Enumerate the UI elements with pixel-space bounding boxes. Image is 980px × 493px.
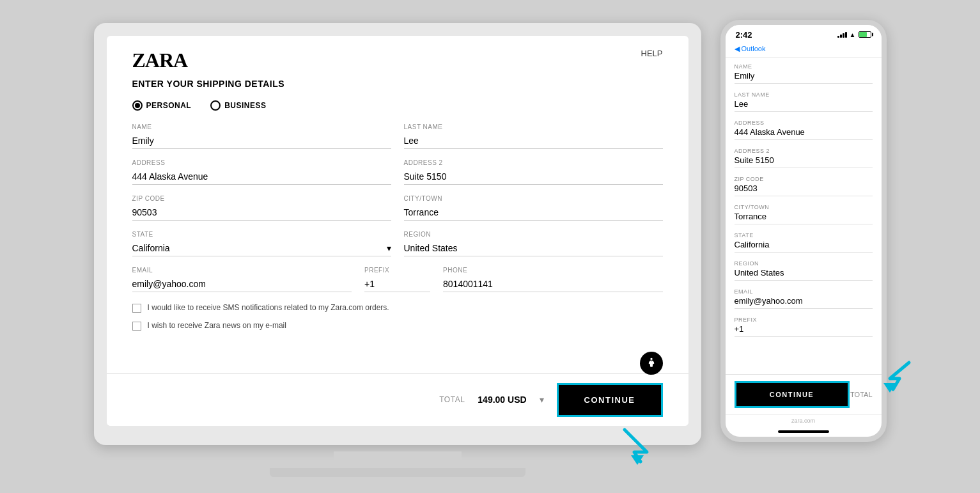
address-field: ADDRESS 444 Alaska Avenue [132, 159, 391, 185]
phone-back-nav: ◀ Outlook [726, 42, 882, 58]
address2-field: ADDRESS 2 Suite 5150 [404, 159, 663, 185]
signal-bar-3 [843, 33, 844, 38]
svg-point-0 [650, 357, 652, 359]
phone-field: PHONE 8014001141 [443, 267, 662, 292]
phone-zara-footer: zara.com [726, 414, 882, 426]
phone-email-value[interactable]: emily@yahoo.com [735, 296, 873, 309]
phone-address2-value[interactable]: Suite 5150 [735, 155, 873, 168]
region-value[interactable]: United States [404, 240, 663, 256]
name-field: NAME Emily [132, 123, 391, 149]
phone-zip-value[interactable]: 90503 [735, 184, 873, 196]
city-value[interactable]: Torrance [404, 205, 663, 221]
phone-home-bar [778, 430, 829, 433]
total-dropdown-icon[interactable]: ▾ [540, 395, 544, 405]
battery-fill [859, 32, 867, 37]
state-value[interactable]: California ▾ [132, 240, 391, 256]
email-news-checkbox[interactable] [132, 322, 141, 331]
address-value[interactable]: 444 Alaska Avenue [132, 169, 391, 185]
address-row: ADDRESS 444 Alaska Avenue ADDRESS 2 Suit… [132, 159, 663, 185]
address-label: ADDRESS [132, 159, 391, 166]
business-radio-label: BUSINESS [224, 101, 266, 110]
phone-state-field: STATE California [735, 232, 873, 253]
phone-address2-field: ADDRESS 2 Suite 5150 [735, 148, 873, 168]
signal-bar-1 [837, 36, 839, 38]
phone-region-value[interactable]: United States [735, 268, 873, 281]
name-row: NAME Emily LAST NAME Lee [132, 123, 663, 149]
phone-name-label: NAME [735, 63, 873, 70]
state-field: STATE California ▾ [132, 231, 391, 256]
prefix-value[interactable]: +1 [364, 276, 430, 292]
phone-address-value[interactable]: 444 Alaska Avenue [735, 127, 873, 140]
phone-prefix-field: PREFIX +1 [735, 317, 873, 337]
email-news-label: I wish to receive Zara news on my e-mail [148, 320, 286, 331]
phone-email-label: EMAIL [735, 288, 873, 295]
zip-field: ZIP CODE 90503 [132, 195, 391, 221]
phone-lastname-value[interactable]: Lee [735, 99, 873, 112]
continue-button-laptop[interactable]: CONTINUE [557, 383, 663, 417]
region-field: REGION United States [404, 231, 663, 256]
personal-radio[interactable]: PERSONAL [132, 100, 192, 111]
screen-footer: TOTAL 149.00 USD ▾ CONTINUE [107, 373, 688, 426]
sms-checkbox[interactable] [132, 304, 141, 313]
phone-form: NAME Emily LAST NAME Lee ADDRESS 444 Ala… [726, 58, 882, 374]
signal-bars-icon [837, 31, 847, 38]
email-phone-row: EMAIL emily@yahoo.com PREFIX +1 PHONE 80… [132, 267, 663, 292]
help-link[interactable]: HELP [641, 49, 663, 58]
phone-prefix-value[interactable]: +1 [735, 324, 873, 337]
zip-label: ZIP CODE [132, 195, 391, 202]
total-amount: 149.00 USD [478, 395, 526, 405]
laptop-device: ZARA HELP ENTER YOUR SHIPPING DETAILS PE… [94, 23, 701, 471]
phone-label: PHONE [443, 267, 662, 274]
email-field: EMAIL emily@yahoo.com [132, 267, 352, 292]
arrow-annotation-laptop [612, 417, 663, 471]
phone-value[interactable]: 8014001141 [443, 276, 662, 292]
prefix-field: PREFIX +1 [364, 267, 430, 292]
last-name-field: LAST NAME Lee [404, 123, 663, 149]
email-checkbox-row: I wish to receive Zara news on my e-mail [132, 320, 663, 331]
phone-device: 2:42 ▲ ◀ Outlook NAME Emi [720, 20, 887, 455]
city-field: CITY/TOWN Torrance [404, 195, 663, 221]
prefix-label: PREFIX [364, 267, 430, 274]
last-name-value[interactable]: Lee [404, 133, 663, 149]
screen-header: ZARA HELP [107, 36, 688, 79]
laptop-base [270, 468, 525, 477]
phone-address2-label: ADDRESS 2 [735, 148, 873, 154]
phone-city-field: CITY/TOWN Torrance [735, 204, 873, 224]
zip-city-row: ZIP CODE 90503 CITY/TOWN Torrance [132, 195, 663, 221]
phone-prefix-label: PREFIX [735, 317, 873, 323]
email-value[interactable]: emily@yahoo.com [132, 276, 352, 292]
phone-total: TOTAL [850, 391, 872, 398]
checkboxes-section: I would like to receive SMS notification… [132, 302, 663, 332]
business-radio[interactable]: BUSINESS [210, 100, 266, 111]
phone-city-label: CITY/TOWN [735, 204, 873, 210]
arrow-annotation-phone [874, 350, 919, 397]
phone-lastname-label: LAST NAME [735, 91, 873, 98]
laptop-body: ZARA HELP ENTER YOUR SHIPPING DETAILS PE… [94, 23, 701, 445]
state-dropdown-icon: ▾ [387, 243, 391, 253]
zip-value[interactable]: 90503 [132, 205, 391, 221]
phone-zip-field: ZIP CODE 90503 [735, 176, 873, 196]
phone-region-field: REGION United States [735, 260, 873, 281]
phone-state-value[interactable]: California [735, 240, 873, 253]
name-value[interactable]: Emily [132, 133, 391, 149]
phone-city-value[interactable]: Torrance [735, 212, 873, 224]
signal-bar-4 [845, 32, 847, 38]
laptop-screen: ZARA HELP ENTER YOUR SHIPPING DETAILS PE… [107, 36, 688, 426]
address2-label: ADDRESS 2 [404, 159, 663, 166]
phone-zip-label: ZIP CODE [735, 176, 873, 182]
zara-logo: ZARA [132, 49, 188, 72]
state-label: STATE [132, 231, 391, 238]
address2-value[interactable]: Suite 5150 [404, 169, 663, 185]
phone-name-value[interactable]: Emily [735, 71, 873, 84]
city-label: CITY/TOWN [404, 195, 663, 202]
accessibility-button[interactable] [640, 352, 663, 373]
wifi-icon: ▲ [850, 31, 856, 38]
region-label: REGION [404, 231, 663, 238]
sms-checkbox-label: I would like to receive SMS notification… [148, 302, 389, 313]
sms-checkbox-row: I would like to receive SMS notification… [132, 302, 663, 313]
continue-button-phone[interactable]: CONTINUE [735, 381, 850, 408]
svg-marker-1 [631, 455, 644, 465]
phone-back-button[interactable]: ◀ Outlook [735, 45, 766, 52]
signal-bar-2 [840, 35, 842, 38]
zara-footer-text: zara.com [791, 418, 815, 424]
